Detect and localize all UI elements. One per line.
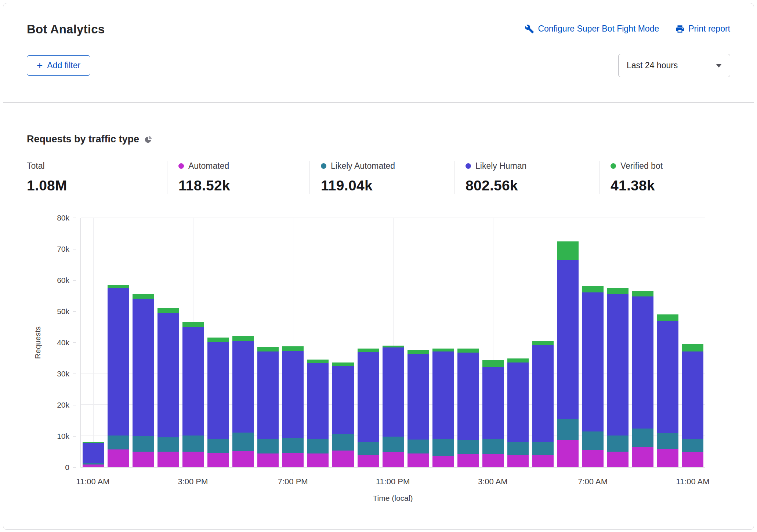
bar-segment-likely-automated bbox=[507, 442, 529, 455]
stacked-bar[interactable] bbox=[307, 218, 329, 467]
stacked-bar[interactable] bbox=[532, 218, 554, 467]
bar-segment-verified-bot bbox=[282, 346, 304, 351]
bar-segment-likely-human bbox=[108, 288, 129, 436]
page-title: Bot Analytics bbox=[27, 22, 105, 36]
bar-segment-likely-human bbox=[507, 362, 529, 442]
stacked-bar[interactable] bbox=[257, 218, 279, 467]
bar-segment-automated bbox=[182, 452, 204, 467]
bar-segment-likely-human bbox=[632, 296, 653, 428]
stacked-bar[interactable] bbox=[408, 218, 429, 467]
bar-segment-automated bbox=[332, 451, 354, 467]
bar-segment-automated bbox=[532, 455, 554, 467]
stacked-bar[interactable] bbox=[457, 218, 479, 467]
stat-likely-human-value: 802.56k bbox=[466, 178, 592, 194]
bar-segment-automated bbox=[133, 452, 154, 467]
bar-segment-likely-automated bbox=[133, 436, 154, 452]
bar-segment-likely-automated bbox=[358, 442, 379, 455]
bar-segment-likely-automated bbox=[657, 433, 678, 449]
bar-segment-automated bbox=[83, 464, 104, 467]
bar-segment-likely-automated bbox=[383, 437, 404, 452]
bar-segment-likely-human bbox=[532, 345, 554, 442]
stats-row: Total 1.08M Automated 118.52k Likely Aut… bbox=[27, 161, 730, 194]
stacked-bar[interactable] bbox=[332, 218, 354, 467]
bar-segment-verified-bot bbox=[358, 349, 379, 352]
bar-segment-automated bbox=[257, 453, 279, 467]
bar-segment-likely-human bbox=[358, 352, 379, 442]
stacked-bar[interactable] bbox=[83, 218, 104, 467]
bar-segment-verified-bot bbox=[157, 308, 179, 313]
bar-segment-automated bbox=[457, 454, 479, 467]
bar-segment-verified-bot bbox=[108, 285, 129, 288]
bar-segment-automated bbox=[358, 455, 379, 467]
stacked-bar[interactable] bbox=[507, 218, 529, 467]
x-axis-title: Time (local) bbox=[80, 494, 705, 503]
bar-segment-verified-bot bbox=[457, 349, 479, 353]
verified-bot-legend-dot bbox=[611, 163, 616, 169]
y-tick-label: 20k bbox=[57, 401, 69, 409]
bar-segment-likely-automated bbox=[332, 434, 354, 451]
stacked-bar[interactable] bbox=[282, 218, 304, 467]
bar-segment-likely-automated bbox=[682, 439, 703, 452]
bar-segment-likely-human bbox=[307, 363, 329, 439]
add-filter-label: Add filter bbox=[47, 61, 80, 70]
bars-container bbox=[81, 218, 705, 467]
stacked-bar[interactable] bbox=[157, 218, 179, 467]
x-tick-label: 11:00 AM bbox=[676, 477, 709, 487]
stacked-bar[interactable] bbox=[182, 218, 204, 467]
stat-likely-automated-label: Likely Automated bbox=[331, 161, 395, 171]
x-tick-label: 7:00 PM bbox=[278, 477, 308, 487]
bar-segment-likely-automated bbox=[408, 440, 429, 453]
stacked-bar[interactable] bbox=[632, 218, 653, 467]
bar-segment-likely-human bbox=[582, 292, 604, 431]
bar-segment-likely-automated bbox=[557, 419, 579, 440]
bar-segment-likely-human bbox=[607, 294, 629, 436]
bar-segment-likely-human bbox=[432, 351, 454, 438]
x-tick-label: 3:00 AM bbox=[478, 477, 508, 487]
stacked-bar[interactable] bbox=[657, 218, 678, 467]
stat-likely-human: Likely Human 802.56k bbox=[454, 161, 599, 194]
stat-likely-automated-value: 119.04k bbox=[321, 178, 447, 194]
stacked-bar[interactable] bbox=[682, 218, 703, 467]
bar-segment-likely-automated bbox=[607, 436, 629, 452]
y-tick-label: 50k bbox=[57, 307, 69, 316]
bar-segment-likely-human bbox=[282, 351, 304, 438]
bar-segment-verified-bot bbox=[507, 358, 529, 362]
stacked-bar[interactable] bbox=[482, 218, 504, 467]
stacked-bar[interactable] bbox=[383, 218, 404, 467]
bar-segment-automated bbox=[632, 447, 653, 467]
print-report-link[interactable]: Print report bbox=[675, 24, 730, 34]
stacked-bar[interactable] bbox=[207, 218, 229, 467]
add-filter-button[interactable]: + Add filter bbox=[27, 55, 90, 76]
wrench-icon bbox=[525, 24, 534, 34]
x-axis-ticks: 11:00 AM3:00 PM7:00 PM11:00 PM3:00 AM7:0… bbox=[80, 472, 705, 484]
bar-segment-likely-human bbox=[383, 347, 404, 436]
stacked-bar[interactable] bbox=[557, 218, 579, 467]
chevron-down-icon bbox=[716, 64, 722, 68]
bar-segment-verified-bot bbox=[632, 291, 653, 296]
bar-segment-likely-human bbox=[657, 321, 678, 434]
stacked-bar[interactable] bbox=[108, 218, 129, 467]
stacked-bar[interactable] bbox=[133, 218, 154, 467]
bar-segment-verified-bot bbox=[332, 362, 354, 365]
stacked-bar[interactable] bbox=[358, 218, 379, 467]
time-range-select[interactable]: Last 24 hours bbox=[618, 54, 730, 77]
stacked-bar[interactable] bbox=[432, 218, 454, 467]
stat-automated-label: Automated bbox=[188, 161, 229, 171]
bar-segment-automated bbox=[582, 450, 604, 467]
x-tick-label: 3:00 PM bbox=[178, 477, 208, 487]
bar-segment-likely-human bbox=[257, 351, 279, 438]
bar-segment-automated bbox=[408, 453, 429, 467]
stacked-bar[interactable] bbox=[607, 218, 629, 467]
y-tick-label: 0 bbox=[65, 463, 69, 472]
bar-segment-likely-automated bbox=[282, 438, 304, 453]
bar-segment-automated bbox=[607, 452, 629, 467]
configure-super-bot-fight-mode-link[interactable]: Configure Super Bot Fight Mode bbox=[525, 24, 659, 34]
bar-segment-verified-bot bbox=[182, 322, 204, 327]
bar-segment-likely-automated bbox=[457, 440, 479, 454]
bar-segment-verified-bot bbox=[532, 341, 554, 345]
stacked-bar[interactable] bbox=[232, 218, 254, 467]
bar-segment-verified-bot bbox=[133, 294, 154, 299]
stacked-bar[interactable] bbox=[582, 218, 604, 467]
bar-segment-likely-automated bbox=[207, 439, 229, 453]
printer-icon bbox=[675, 24, 685, 34]
